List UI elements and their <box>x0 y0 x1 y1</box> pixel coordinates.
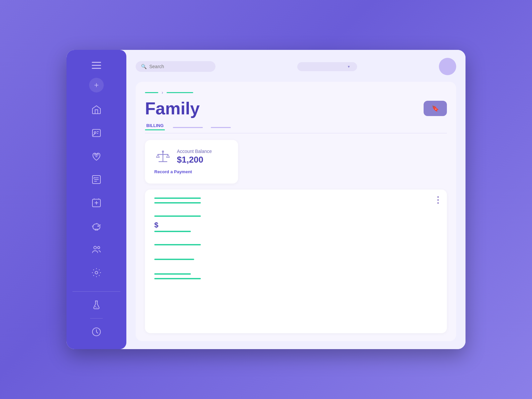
more-options-button[interactable] <box>437 196 439 204</box>
list-item <box>154 273 438 279</box>
search-input[interactable] <box>149 64 210 69</box>
chevron-down-icon: ▼ <box>347 65 350 68</box>
contacts-icon <box>91 128 102 138</box>
svg-point-3 <box>97 154 98 155</box>
add-button[interactable] <box>89 78 104 92</box>
dollar-sign: $ <box>154 221 438 229</box>
sidebar-item-settings[interactable] <box>88 265 104 281</box>
sidebar <box>66 50 126 349</box>
breadcrumb-line-2 <box>167 92 193 93</box>
svg-point-17 <box>162 151 164 152</box>
breadcrumb: › <box>145 90 447 95</box>
sidebar-item-family[interactable] <box>88 148 104 164</box>
sidebar-item-groups[interactable] <box>88 241 104 257</box>
tab-billing-indicator <box>145 129 165 130</box>
tasks-icon <box>91 174 102 185</box>
clock-icon <box>91 327 102 337</box>
balance-card-top: Account Balance $1,200 <box>154 148 229 165</box>
nav-items <box>88 102 104 286</box>
svg-point-4 <box>96 156 97 157</box>
main-content: 🔍 ▼ › Family 🔖 <box>126 50 466 349</box>
list-item <box>154 244 438 247</box>
svg-point-2 <box>94 154 96 155</box>
breadcrumb-line-1 <box>145 92 158 93</box>
menu-button[interactable] <box>89 59 104 71</box>
list-bar <box>154 259 194 260</box>
sidebar-item-medical[interactable] <box>88 195 104 211</box>
balance-info: Account Balance $1,200 <box>177 149 212 165</box>
svg-point-8 <box>94 246 96 249</box>
page-title: Family <box>145 100 200 117</box>
header: 🔍 ▼ <box>136 58 456 75</box>
dot-2 <box>437 199 439 201</box>
avatar[interactable] <box>439 58 456 75</box>
home-icon <box>91 104 102 115</box>
tab-billing-label: BILLING <box>146 123 164 128</box>
sidebar-item-home[interactable] <box>88 102 104 118</box>
search-icon: 🔍 <box>141 64 147 69</box>
lab-icon <box>91 300 102 310</box>
dot-3 <box>437 202 439 204</box>
svg-point-11 <box>95 306 96 307</box>
list-item <box>154 259 438 261</box>
svg-point-10 <box>95 271 98 274</box>
svg-point-9 <box>97 246 100 249</box>
family-icon <box>91 151 102 162</box>
list-subbar <box>154 231 191 232</box>
list-subbar <box>154 278 201 279</box>
groups-icon <box>91 244 102 255</box>
sidebar-divider-1 <box>72 291 120 292</box>
tab-3-indicator <box>211 127 231 128</box>
page-title-row: Family 🔖 <box>145 100 447 117</box>
search-bar[interactable]: 🔍 <box>136 61 215 72</box>
scale-icon <box>154 148 172 165</box>
balance-amount: $1,200 <box>177 155 212 165</box>
app-container: 🔍 ▼ › Family 🔖 <box>66 50 466 349</box>
list-subbar <box>154 202 201 203</box>
medical-icon <box>91 198 102 208</box>
sidebar-item-tasks[interactable] <box>88 172 104 188</box>
svg-point-12 <box>96 307 97 308</box>
savings-icon <box>91 221 102 231</box>
dot-1 <box>437 196 439 198</box>
list-item <box>154 198 438 203</box>
tab-2[interactable] <box>173 126 203 128</box>
tab-billing[interactable]: BILLING <box>145 123 165 130</box>
sidebar-item-lab[interactable] <box>88 297 104 313</box>
tab-3[interactable] <box>211 126 231 128</box>
sidebar-item-savings[interactable] <box>88 218 104 234</box>
tab-2-indicator <box>173 127 203 128</box>
sidebar-divider-2 <box>90 318 103 319</box>
tabs-row: BILLING <box>145 123 447 133</box>
action-button[interactable]: 🔖 <box>424 101 447 116</box>
bookmark-icon: 🔖 <box>432 105 439 112</box>
balance-section: Account Balance $1,200 Record a Payment <box>145 140 447 184</box>
list-item: $ <box>154 215 438 232</box>
header-dropdown[interactable]: ▼ <box>297 62 357 71</box>
record-payment-button[interactable]: Record a Payment <box>154 168 229 176</box>
list-bar <box>154 198 201 199</box>
sidebar-item-contacts[interactable] <box>88 125 104 141</box>
sidebar-bottom <box>88 297 104 340</box>
svg-point-1 <box>94 132 96 133</box>
list-rows: $ <box>154 198 438 286</box>
settings-icon <box>91 267 102 278</box>
sidebar-item-history[interactable] <box>88 324 104 340</box>
list-bar <box>154 273 191 275</box>
list-bar <box>154 215 201 217</box>
list-bar <box>154 244 201 245</box>
list-section: $ <box>145 190 447 333</box>
balance-card: Account Balance $1,200 Record a Payment <box>145 140 238 184</box>
content-card: › Family 🔖 BILLING <box>136 82 456 341</box>
breadcrumb-chevron-icon: › <box>162 90 163 95</box>
balance-label: Account Balance <box>177 149 212 154</box>
svg-point-7 <box>98 226 99 227</box>
